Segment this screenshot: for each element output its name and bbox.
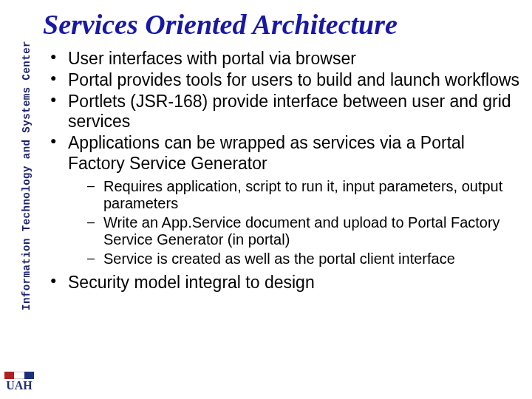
- sidebar: Information Technology and Systems Cente…: [0, 0, 38, 399]
- bullet-item: Security model integral to design: [43, 273, 525, 293]
- logo-stripes-icon: [4, 372, 34, 379]
- sub-bullet-item: Requires application, script to run it, …: [43, 178, 525, 213]
- uah-logo: UAH: [4, 372, 34, 392]
- bullet-item: Portal provides tools for users to build…: [43, 70, 525, 90]
- sub-bullet-list: Requires application, script to run it, …: [43, 178, 525, 268]
- bullet-list: User interfaces with portal via browser …: [43, 49, 525, 293]
- sidebar-label: Information Technology and Systems Cente…: [21, 41, 33, 310]
- content-area: Services Oriented Architecture User inte…: [43, 0, 525, 399]
- slide: Information Technology and Systems Cente…: [0, 0, 532, 399]
- sub-bullet-item: Write an App.Service document and upload…: [43, 214, 525, 249]
- sub-bullet-item: Service is created as well as the portal…: [43, 250, 525, 268]
- bullet-item: User interfaces with portal via browser: [43, 49, 525, 69]
- bullet-item: Portlets (JSR-168) provide interface bet…: [43, 92, 525, 132]
- slide-title: Services Oriented Architecture: [43, 0, 525, 47]
- logo-text: UAH: [4, 380, 34, 392]
- bullet-item: Applications can be wrapped as services …: [43, 133, 525, 173]
